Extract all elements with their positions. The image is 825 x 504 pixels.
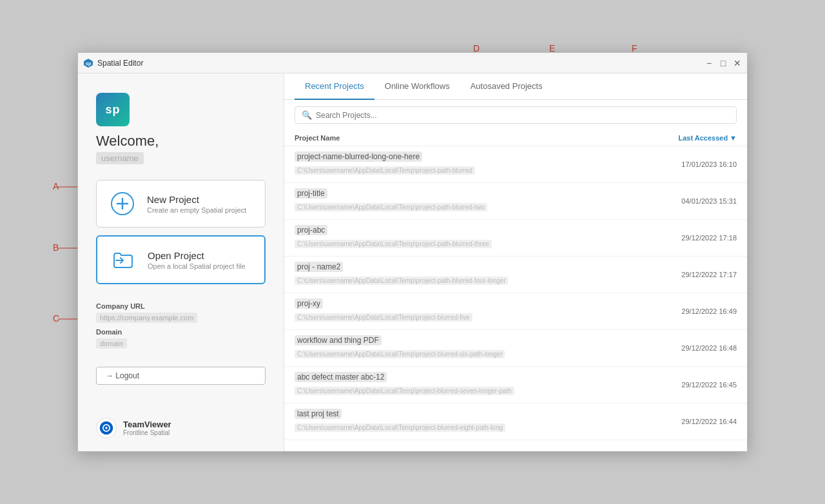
- close-button[interactable]: ✕: [733, 59, 742, 68]
- project-info: proj-abc C:\Users\username\AppData\Local…: [295, 225, 634, 251]
- logout-button[interactable]: → Logout: [96, 367, 266, 385]
- project-path: C:\Users\username\AppData\Local\Temp\pro…: [295, 203, 487, 211]
- project-path: C:\Users\username\AppData\Local\Temp\pro…: [295, 423, 505, 432]
- project-date: 29/12/2022 16:49: [634, 307, 737, 315]
- outer-wrapper: A B C D E F sp Spatial Editor −: [0, 0, 825, 504]
- new-project-card[interactable]: New Project Create an empty Spatial proj…: [96, 180, 266, 228]
- username-display: username: [96, 152, 144, 164]
- minimize-button[interactable]: −: [704, 59, 713, 68]
- search-input-wrap: 🔍: [295, 106, 737, 124]
- user-section: sp Welcome, username: [96, 93, 266, 164]
- project-date: 29/12/2022 17:17: [634, 271, 737, 278]
- col-last-accessed-header[interactable]: Last Accessed ▼: [634, 134, 737, 142]
- projects-list: project-name-blurred-long-one-here C:\Us…: [284, 146, 747, 451]
- project-info: last proj test C:\Users\username\AppData…: [295, 409, 634, 434]
- project-info: project-name-blurred-long-one-here C:\Us…: [295, 151, 634, 177]
- project-name: proj-title: [295, 188, 327, 199]
- teamviewer-logo-icon: [96, 418, 117, 438]
- company-url-label: Company URL: [96, 302, 266, 310]
- project-name: workflow and thing PDF: [295, 335, 382, 345]
- app-icon: sp: [83, 58, 93, 68]
- project-row[interactable]: proj-title C:\Users\username\AppData\Loc…: [284, 183, 747, 220]
- domain-value: domain: [96, 338, 127, 349]
- avatar: sp: [96, 93, 130, 126]
- avatar-text: sp: [105, 103, 120, 117]
- project-name: last proj test: [295, 409, 342, 419]
- project-row[interactable]: last proj test C:\Users\username\AppData…: [284, 403, 747, 440]
- svg-text:A: A: [53, 181, 59, 191]
- project-row[interactable]: project-name-blurred-long-one-here C:\Us…: [284, 146, 747, 183]
- project-date: 04/01/2023 15:31: [634, 197, 737, 205]
- project-path: C:\Users\username\AppData\Local\Temp\pro…: [295, 276, 508, 285]
- project-path: C:\Users\username\AppData\Local\Temp\pro…: [295, 350, 505, 358]
- svg-text:sp: sp: [86, 61, 91, 66]
- project-name: proj-xy: [295, 298, 323, 309]
- tab-autosaved-projects[interactable]: Autosaved Projects: [460, 73, 553, 100]
- project-date: 29/12/2022 16:44: [634, 418, 737, 425]
- project-name: abc defect master abc-12: [295, 372, 387, 382]
- project-date: 17/01/2023 16:10: [634, 160, 737, 168]
- project-info: proj-title C:\Users\username\AppData\Loc…: [295, 188, 634, 214]
- tabs-bar: Recent Projects Online Workflows Autosav…: [284, 73, 747, 100]
- footer-logo: TeamViewer Frontline Spatial: [96, 418, 266, 438]
- window-body: sp Welcome, username: [78, 73, 747, 451]
- maximize-button[interactable]: □: [719, 59, 728, 68]
- project-row[interactable]: proj-abc C:\Users\username\AppData\Local…: [284, 220, 747, 257]
- company-url-value: https://company.example.com: [96, 313, 197, 323]
- open-project-subtitle: Open a local Spatial project file: [148, 262, 246, 270]
- new-project-icon: [108, 189, 137, 218]
- project-name: project-name-blurred-long-one-here: [295, 151, 422, 162]
- project-date: 29/12/2022 17:18: [634, 234, 737, 242]
- search-icon: 🔍: [302, 110, 312, 120]
- project-path: C:\Users\username\AppData\Local\Temp\pro…: [295, 240, 492, 248]
- tab-recent-projects[interactable]: Recent Projects: [295, 73, 374, 100]
- project-date: 29/12/2022 16:45: [634, 381, 737, 389]
- svg-text:C: C: [53, 313, 59, 324]
- project-row[interactable]: abc defect master abc-12 C:\Users\userna…: [284, 367, 747, 403]
- title-bar: sp Spatial Editor − □ ✕: [78, 53, 747, 73]
- company-section: Company URL https://company.example.com …: [96, 297, 266, 349]
- project-info: workflow and thing PDF C:\Users\username…: [295, 335, 634, 361]
- project-path: C:\Users\username\AppData\Local\Temp\pro…: [295, 166, 475, 175]
- new-project-title: New Project: [147, 194, 246, 205]
- project-info: abc defect master abc-12 C:\Users\userna…: [295, 372, 634, 398]
- new-project-subtitle: Create an empty Spatial project: [147, 206, 246, 214]
- project-name: proj-abc: [295, 225, 327, 235]
- open-project-title: Open Project: [148, 250, 246, 261]
- search-input[interactable]: [316, 111, 730, 120]
- col-project-name-header: Project Name: [295, 134, 634, 142]
- open-project-text: Open Project Open a local Spatial projec…: [148, 250, 246, 270]
- open-project-card[interactable]: Open Project Open a local Spatial projec…: [96, 235, 266, 284]
- domain-label: Domain: [96, 328, 266, 336]
- project-info: proj-xy C:\Users\username\AppData\Local\…: [295, 298, 634, 324]
- svg-point-19: [105, 427, 107, 429]
- tab-online-workflows[interactable]: Online Workflows: [374, 73, 460, 100]
- project-date: 29/12/2022 16:48: [634, 344, 737, 352]
- footer-logo-sub: Frontline Spatial: [123, 429, 171, 436]
- svg-text:B: B: [53, 242, 59, 253]
- footer-logo-main: TeamViewer: [123, 420, 171, 429]
- right-panel: Recent Projects Online Workflows Autosav…: [284, 73, 747, 451]
- project-row[interactable]: proj-xy C:\Users\username\AppData\Local\…: [284, 293, 747, 330]
- project-row[interactable]: proj - name2 C:\Users\username\AppData\L…: [284, 257, 747, 293]
- project-path: C:\Users\username\AppData\Local\Temp\pro…: [295, 313, 472, 322]
- project-path: C:\Users\username\AppData\Local\Temp\pro…: [295, 387, 514, 395]
- new-project-text: New Project Create an empty Spatial proj…: [147, 194, 246, 214]
- open-project-icon: [109, 246, 137, 274]
- left-panel: sp Welcome, username: [78, 73, 284, 451]
- table-header: Project Name Last Accessed ▼: [284, 130, 747, 146]
- window-title: Spatial Editor: [97, 59, 704, 68]
- window-controls: − □ ✕: [704, 59, 742, 68]
- search-bar: 🔍: [284, 100, 747, 130]
- footer-logo-text: TeamViewer Frontline Spatial: [123, 420, 171, 436]
- welcome-label: Welcome,: [96, 133, 159, 150]
- project-row[interactable]: workflow and thing PDF C:\Users\username…: [284, 330, 747, 367]
- app-window: sp Spatial Editor − □ ✕ sp Welcome, user…: [77, 52, 748, 452]
- action-cards: New Project Create an empty Spatial proj…: [96, 180, 266, 284]
- project-name: proj - name2: [295, 262, 343, 272]
- project-info: proj - name2 C:\Users\username\AppData\L…: [295, 262, 634, 287]
